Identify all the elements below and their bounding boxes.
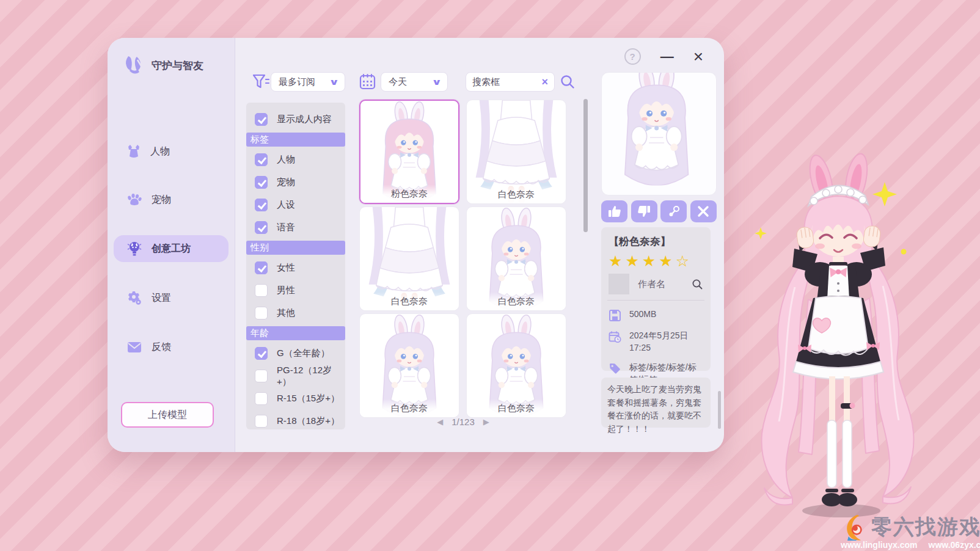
checkbox-label: 语音 (277, 222, 295, 233)
checkbox[interactable] (255, 415, 268, 428)
size-row: 500MB (609, 308, 703, 322)
prev-page-icon[interactable]: ◀ (437, 417, 443, 426)
date-dropdown[interactable]: 今天 ∨ (381, 72, 448, 92)
star-icon: ★ (609, 252, 625, 269)
model-card[interactable]: 白色奈奈 (359, 313, 459, 418)
search-input[interactable] (472, 77, 533, 87)
next-page-icon[interactable]: ▶ (483, 417, 489, 426)
checkbox[interactable] (255, 199, 268, 211)
checkbox[interactable] (255, 113, 268, 126)
filter-option[interactable]: 女性 (246, 257, 345, 279)
app-title: 守护与智友 (152, 59, 203, 73)
checkbox[interactable] (255, 153, 268, 166)
model-card[interactable]: 白色奈奈 (466, 313, 566, 418)
filter-option[interactable]: 人设 (246, 194, 345, 216)
clear-search-icon[interactable]: × (541, 76, 548, 89)
checkbox-label: R-18（18岁+） (277, 415, 340, 427)
checkbox[interactable] (255, 392, 268, 405)
star-icon: ★ (625, 252, 642, 269)
search-box: × (466, 72, 555, 92)
checkbox[interactable] (255, 261, 268, 274)
search-icon[interactable] (560, 74, 576, 90)
sidebar-item-label: 宠物 (152, 194, 171, 206)
watermark-brand: 零六找游戏 (871, 513, 980, 541)
sidebar-item-characters[interactable]: 人物 (114, 138, 229, 165)
card-title: 白色奈奈 (360, 292, 459, 310)
grid-scrollbar[interactable] (583, 99, 588, 232)
help-button[interactable]: ? (624, 48, 641, 65)
model-date: 2024年5月25日 17:25 (629, 330, 703, 354)
sidebar-item-label: 反馈 (152, 341, 171, 354)
card-title: 白色奈奈 (360, 399, 459, 417)
checkbox[interactable] (255, 347, 268, 360)
model-description: 今天晚上吃了麦当劳穷鬼套餐和摇摇薯条，穷鬼套餐在涨价的话，就要吃不起了！！！ (601, 378, 711, 428)
filter-option[interactable]: 人物 (246, 148, 345, 171)
checkbox[interactable] (255, 176, 268, 189)
steam-icon[interactable] (660, 200, 687, 222)
checkbox-label: 男性 (277, 285, 295, 296)
star-empty-icon: ☆ (676, 252, 692, 269)
sidebar-item-label: 人物 (150, 145, 170, 158)
filter-section-tags: 标签 (246, 133, 345, 147)
filter-adult-content[interactable]: 显示成人内容 (246, 108, 345, 131)
card-title: 白色奈奈 (467, 185, 566, 203)
filter-funnel-icon (252, 73, 270, 90)
bulb-icon (127, 241, 142, 257)
author-avatar (609, 274, 629, 294)
checkbox-label: 显示成人内容 (277, 114, 332, 125)
filter-option[interactable]: PG-12（12岁+） (246, 365, 345, 387)
model-card[interactable]: 粉色奈奈 (359, 100, 459, 204)
sidebar-item-workshop[interactable]: 创意工坊 (114, 235, 229, 262)
checkbox-label: PG-12（12岁+） (277, 365, 345, 388)
paw-icon (127, 193, 142, 206)
model-title: 【粉色奈奈】 (609, 235, 703, 249)
model-card[interactable]: 白色奈奈 (466, 206, 566, 311)
filter-option[interactable]: R-15（15岁+） (246, 387, 345, 410)
sort-dropdown[interactable]: 最多订阅 ∨ (271, 72, 345, 92)
checkbox-label: 宠物 (277, 177, 295, 188)
chevron-down-icon: ∨ (329, 77, 339, 87)
filter-option[interactable]: 语音 (246, 216, 345, 239)
date-row: 2024年5月25日 17:25 (609, 330, 703, 354)
gear-icon (127, 291, 142, 305)
model-preview-image (601, 72, 717, 195)
filter-option[interactable]: G（全年龄） (246, 342, 345, 365)
app-logo: 守护与智友 (123, 55, 203, 76)
minimize-button[interactable]: — (660, 48, 674, 65)
floppy-icon (609, 309, 621, 322)
checkbox-label: 人设 (277, 199, 295, 211)
model-card[interactable]: 白色奈奈 (359, 206, 459, 311)
checkbox[interactable] (255, 307, 268, 319)
rating-stars: ★★★★☆ (609, 252, 703, 270)
model-actions (601, 200, 717, 222)
checkbox[interactable] (255, 221, 268, 234)
bunny-logo-icon (123, 55, 145, 76)
sidebar-item-pets[interactable]: 宠物 (114, 186, 229, 213)
upload-model-button[interactable]: 上传模型 (121, 402, 214, 428)
model-card[interactable]: 白色奈奈 (466, 100, 566, 204)
sidebar-item-label: 设置 (152, 292, 171, 305)
checkbox[interactable] (255, 370, 268, 382)
desktop-background: 守护与智友 人物 (0, 0, 980, 551)
divider (607, 300, 704, 301)
window-close-button[interactable]: × (693, 48, 703, 65)
sidebar-item-feedback[interactable]: 反馈 (114, 334, 229, 360)
sidebar-item-settings[interactable]: 设置 (114, 285, 229, 312)
author-row: 作者名 (609, 274, 703, 294)
author-name: 作者名 (638, 279, 665, 290)
sort-dropdown-value: 最多订阅 (279, 76, 315, 88)
filter-option[interactable]: 其他 (246, 302, 345, 324)
chevron-down-icon: ∨ (431, 77, 442, 87)
filter-option[interactable]: R-18（18岁+） (246, 410, 345, 432)
filter-option[interactable]: 宠物 (246, 171, 345, 194)
close-icon[interactable] (690, 200, 717, 222)
watermark-url-1: www.lingliuyx.com (841, 540, 918, 550)
checkbox-label: G（全年龄） (277, 348, 330, 359)
description-scrollbar[interactable] (718, 391, 721, 429)
filter-option[interactable]: 男性 (246, 279, 345, 302)
thumbs-up-button[interactable] (601, 200, 627, 222)
thumbs-down-button[interactable] (631, 200, 657, 222)
author-search-icon[interactable] (692, 279, 703, 290)
checkbox[interactable] (255, 284, 268, 297)
page-indicator: 1/123 (452, 417, 475, 427)
